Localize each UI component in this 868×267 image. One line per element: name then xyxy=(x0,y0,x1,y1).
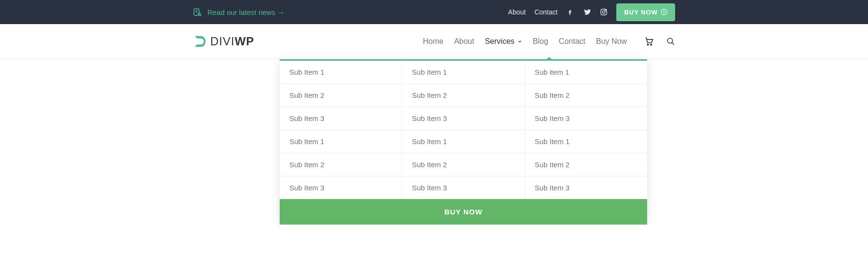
news-link[interactable]: Read our latest news → xyxy=(207,8,285,16)
mega-col-1: Sub Item 1 Sub Item 2 Sub Item 3 Sub Ite… xyxy=(280,61,402,199)
mega-item[interactable]: Sub Item 3 xyxy=(402,176,524,199)
nav-services-label: Services xyxy=(485,37,514,46)
chevron-down-icon xyxy=(517,39,522,44)
topbar-link-contact[interactable]: Contact xyxy=(534,8,557,16)
svg-point-10 xyxy=(651,44,652,45)
nav-blog[interactable]: Blog xyxy=(533,37,548,46)
mega-item[interactable]: Sub Item 2 xyxy=(525,153,647,176)
mega-menu-wrap: Sub Item 1 Sub Item 2 Sub Item 3 Sub Ite… xyxy=(0,59,868,225)
arrow-circle-icon xyxy=(661,9,667,15)
topbar-right: About Contact BUY NOW xyxy=(508,3,675,21)
mega-item[interactable]: Sub Item 1 xyxy=(402,130,524,153)
mega-item[interactable]: Sub item 1 xyxy=(525,61,647,84)
mega-item[interactable]: Sub Item 3 xyxy=(280,176,402,199)
mega-item[interactable]: Sub Item 1 xyxy=(525,130,647,153)
topbar-link-about[interactable]: About xyxy=(508,8,526,16)
logo-text: DIVIWP xyxy=(210,35,254,48)
svg-point-9 xyxy=(647,44,649,45)
dropdown-arrow-icon xyxy=(545,57,553,61)
mega-col-3: Sub item 1 Sub Item 2 Sub Item 3 Sub Ite… xyxy=(525,61,647,199)
instagram-icon[interactable] xyxy=(600,8,608,16)
nav-about[interactable]: About xyxy=(454,37,475,46)
mega-cta-buy-now[interactable]: BUY NOW xyxy=(280,199,647,225)
nav-home[interactable]: Home xyxy=(423,37,444,46)
mega-item[interactable]: Sub Item 2 xyxy=(525,84,647,107)
cart-icon[interactable] xyxy=(644,37,654,46)
search-icon[interactable] xyxy=(666,37,675,46)
nav-buy-now[interactable]: Buy Now xyxy=(596,37,627,46)
mega-col-2: Sub Item 1 Sub Item 2 Sub Item 3 Sub Ite… xyxy=(402,61,525,199)
topbar-inner: Read our latest news → About Contact BUY… xyxy=(193,3,675,21)
main-nav: Home About Services Blog Contact Buy Now xyxy=(423,37,675,46)
mainbar: DIVIWP Home About Services Blog Contact … xyxy=(193,24,675,59)
nav-services[interactable]: Services xyxy=(485,37,522,46)
svg-line-12 xyxy=(672,42,674,45)
mega-item[interactable]: Sub Item 3 xyxy=(280,107,402,130)
svg-line-4 xyxy=(200,15,201,16)
facebook-icon[interactable] xyxy=(566,8,574,16)
svg-point-7 xyxy=(605,10,606,11)
logo-mark xyxy=(193,34,207,49)
mega-item[interactable]: Sub Item 1 xyxy=(402,61,524,84)
mega-item[interactable]: Sub Item 1 xyxy=(280,61,402,84)
buy-now-label: BUY NOW xyxy=(624,9,658,16)
mega-item[interactable]: Sub Item 3 xyxy=(525,176,647,199)
news-icon xyxy=(193,8,202,16)
topbar-left: Read our latest news → xyxy=(193,8,285,16)
topbar: Read our latest news → About Contact BUY… xyxy=(0,0,868,24)
mainbar-wrap: DIVIWP Home About Services Blog Contact … xyxy=(0,24,868,59)
mega-item[interactable]: Sub Item 2 xyxy=(402,84,524,107)
mega-item[interactable]: Sub Item 2 xyxy=(280,84,402,107)
mega-columns: Sub Item 1 Sub Item 2 Sub Item 3 Sub Ite… xyxy=(280,61,647,199)
svg-point-6 xyxy=(603,11,605,13)
twitter-icon[interactable] xyxy=(583,8,591,16)
buy-now-button-top[interactable]: BUY NOW xyxy=(616,3,675,21)
mega-item[interactable]: Sub Item 1 xyxy=(280,130,402,153)
logo[interactable]: DIVIWP xyxy=(193,34,254,49)
mega-item[interactable]: Sub Item 3 xyxy=(525,107,647,130)
mega-item[interactable]: Sub Item 2 xyxy=(402,153,524,176)
svg-point-8 xyxy=(661,9,667,15)
svg-point-11 xyxy=(667,38,673,43)
nav-icons xyxy=(644,37,675,46)
mega-item[interactable]: Sub Item 3 xyxy=(402,107,524,130)
nav-contact[interactable]: Contact xyxy=(559,37,585,46)
mega-menu: Sub Item 1 Sub Item 2 Sub Item 3 Sub Ite… xyxy=(280,59,647,225)
mega-item[interactable]: Sub Item 2 xyxy=(280,153,402,176)
